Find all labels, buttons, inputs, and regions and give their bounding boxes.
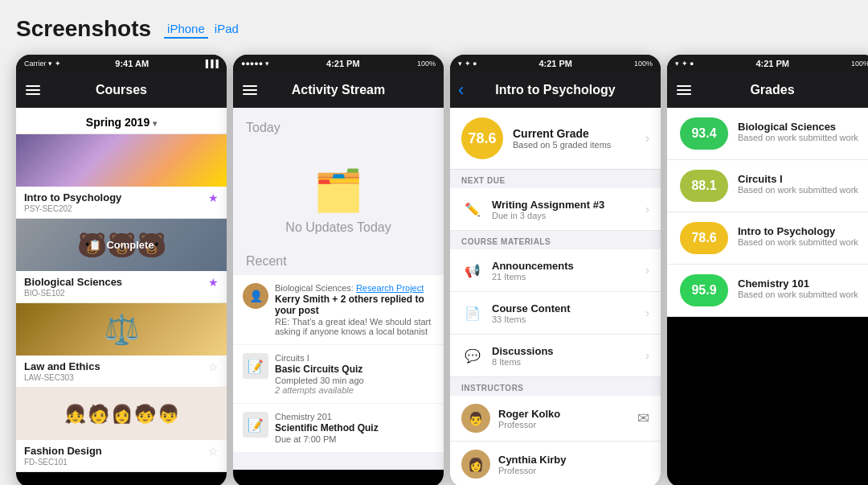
grade-course-name-2: Circuits I [738,173,865,185]
discussions-title: Discussions [492,345,637,357]
activity-sub-1: RE: That's a great idea! We should start… [275,317,434,336]
grade-course-info-2: Circuits I Based on work submitted work [738,170,865,195]
status-left-3: ▾ ✦ ● [458,60,477,68]
next-due-text: Writing Assignment #3 Due in 3 days [492,199,637,220]
course-item-law[interactable]: ⚖️ Law and Ethics LAW-SEC303 ☆ [16,303,227,388]
course-item-bio[interactable]: 📋 Complete 🐻🐻🐻 Biological Sciences BIO-S… [16,219,227,303]
nav-bar-1: Courses [16,72,227,108]
menu-icon-4[interactable] [677,85,691,95]
grade-pill-4: 95.9 [680,274,728,306]
discussions-text: Discussions 8 Items [492,345,637,367]
activity-course-3: Chemistry 201 [275,412,434,421]
activity-text-1: Biological Sciences: Research Project Ke… [275,283,434,336]
activity-course-link-1[interactable]: Research Project [356,283,424,293]
activity-course-1: Biological Sciences: Research Project [275,283,434,293]
menu-discussions[interactable]: 💬 Discussions 8 Items › [450,335,661,377]
activity-item-2[interactable]: 📝 Circuits I Basic Circuits Quiz Complet… [233,345,444,403]
grade-row-3[interactable]: 78.6 Intro to Psychology Based on work s… [667,212,868,265]
next-due-chevron: › [645,203,649,216]
grade-sub: Based on 5 graded items [513,140,636,150]
status-time-4: 4:21 PM [755,59,789,68]
grade-pill-2: 88.1 [680,170,728,202]
content-icon: 📄 [461,302,484,324]
grade-chevron: › [645,131,649,146]
grade-row-4[interactable]: 95.9 Chemistry 101 Based on work submitt… [667,265,868,317]
discussions-icon: 💬 [461,344,484,367]
courses-semester: Spring 2019▾ [16,108,227,134]
status-right-1: ▐▐▐ [203,60,219,68]
status-right-3: 100% [634,60,653,68]
instructor-2[interactable]: 👩 Cynthia Kirby Professor [450,442,661,485]
grade-course-sub-3: Based on work submitted work [738,237,865,247]
course-image-fashion: 👧 🧑 👩 🧒 👦 [16,388,227,440]
section-instructors: INSTRUCTORS [450,377,661,396]
grade-course-info-3: Intro to Psychology Based on work submit… [738,222,865,247]
activity-item-3[interactable]: 📝 Chemistry 201 Scientific Method Quiz D… [233,404,444,452]
complete-icon: 📋 [88,239,101,251]
grades-content: 93.4 Biological Sciences Based on work s… [667,108,868,317]
no-updates-container: 🗂️ No Updates Today [246,151,431,254]
activity-sub-3: Due at 7:00 PM [275,434,434,444]
tab-iphone[interactable]: iPhone [164,20,208,39]
grade-course-name-1: Biological Sciences [738,121,865,133]
course-name-psych: Intro to Psychology [24,191,121,203]
instructor-1[interactable]: 👨 Roger Kolko Professor ✉ [450,396,661,442]
instructor-role-2: Professor [498,466,649,475]
grade-course-sub-4: Based on work submitted work [738,290,865,299]
psych-content: 78.6 Current Grade Based on 5 graded ite… [450,108,661,485]
course-info-law: Law and Ethics LAW-SEC303 ☆ [16,356,227,387]
course-item-psych[interactable]: Intro to Psychology PSY-SEC202 ★ [16,134,227,219]
announcements-chevron: › [645,264,649,277]
discussions-count: 8 Items [492,357,637,367]
activity-main-2: Basic Circuits Quiz [275,364,434,375]
activity-sub-2: Completed 30 min ago [275,376,434,385]
status-left-4: ▾ ✦ ● [675,60,694,68]
nav-title-2: Activity Stream [292,83,386,97]
tab-ipad[interactable]: iPad [211,20,242,39]
grade-course-sub-1: Based on work submitted work [738,133,865,142]
activity-course-2: Circuits I [275,353,434,363]
grade-course-info-4: Chemistry 101 Based on work submitted wo… [738,274,865,299]
instructor-info-2: Cynthia Kirby Professor [498,454,649,475]
today-section: Today 🗂️ No Updates Today [233,108,444,254]
course-image-bio: 📋 Complete 🐻🐻🐻 [16,219,227,271]
star-law[interactable]: ☆ [208,360,219,373]
section-next-due: NEXT DUE [450,170,661,188]
course-item-fashion[interactable]: 👧 🧑 👩 🧒 👦 Fashion Design FD-SEC101 ☆ [16,388,227,472]
menu-icon-2[interactable] [243,85,257,95]
menu-icon-1[interactable] [26,85,40,95]
today-label: Today [246,121,431,135]
phone-courses: Carrier ▾ ✦ 9:41 AM ▐▐▐ Courses Spring 2… [16,55,227,485]
activity-item-1[interactable]: 👤 Biological Sciences: Research Project … [233,275,444,344]
folder-icon: 🗂️ [313,167,363,214]
back-button-3[interactable]: ‹ [458,80,464,101]
page-header: Screenshots iPhone iPad [16,16,852,42]
menu-content[interactable]: 📄 Course Content 33 Items › [450,292,661,335]
star-fashion[interactable]: ☆ [208,445,219,458]
grade-row-1[interactable]: 93.4 Biological Sciences Based on work s… [667,108,868,160]
course-info-bio: Biological Sciences BIO-SE102 ★ [16,271,227,302]
grade-label: Current Grade [513,127,636,140]
instructor-info-1: Roger Kolko Professor [498,408,629,430]
course-image-psych [16,134,227,187]
grade-banner[interactable]: 78.6 Current Grade Based on 5 graded ite… [450,108,661,170]
course-name-bio: Biological Sciences [24,276,122,288]
star-bio[interactable]: ★ [208,276,219,289]
mail-icon-1[interactable]: ✉ [637,409,649,427]
menu-announcements[interactable]: 📢 Announcements 21 Items › [450,249,661,292]
nav-bar-3: ‹ Intro to Psychology [450,72,661,108]
no-updates-text: No Updates Today [285,220,391,235]
course-code-bio: BIO-SE102 [24,289,122,298]
current-grade-circle: 78.6 [461,117,503,159]
grade-course-name-4: Chemistry 101 [738,277,865,290]
instructor-avatar-2: 👩 [461,450,490,479]
next-due-item[interactable]: ✏️ Writing Assignment #3 Due in 3 days › [450,188,661,231]
section-materials: COURSE MATERIALS [450,231,661,249]
star-psych[interactable]: ★ [208,191,219,204]
grade-row-2[interactable]: 88.1 Circuits I Based on work submitted … [667,160,868,212]
next-due-title: Writing Assignment #3 [492,199,637,211]
activity-avatar-1: 👤 [243,283,268,309]
tab-bar: iPhone iPad [164,20,242,39]
grade-course-name-3: Intro to Psychology [738,225,865,237]
dropdown-arrow[interactable]: ▾ [153,119,157,128]
